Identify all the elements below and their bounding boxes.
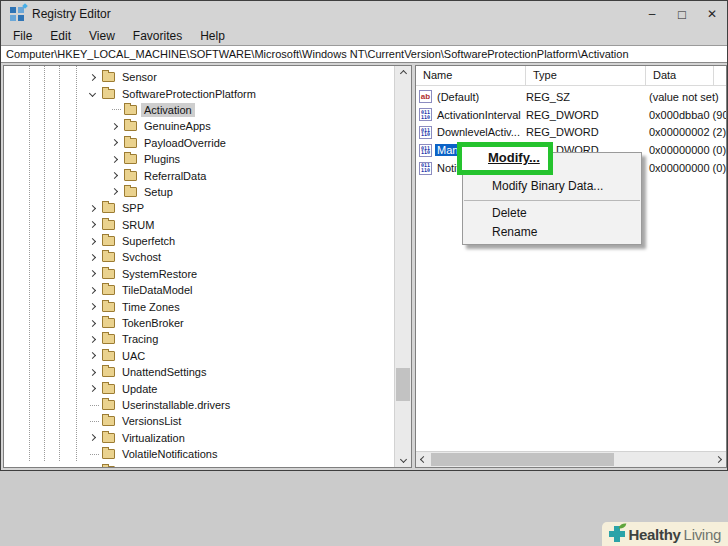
scroll-left-arrow-icon[interactable] xyxy=(416,452,431,467)
annotation-highlight-modify[interactable]: Modify... xyxy=(457,142,553,175)
maximize-button[interactable]: □ xyxy=(667,1,697,27)
menubar-item-file[interactable]: File xyxy=(4,27,41,45)
list-scrollbar-thumb[interactable] xyxy=(431,453,614,466)
menubar-item-edit[interactable]: Edit xyxy=(41,27,80,45)
tree-item-sensor[interactable]: Sensor xyxy=(4,69,394,85)
tree-item-label[interactable]: SRUM xyxy=(119,218,157,232)
tree-item-unattendsettings[interactable]: UnattendSettings xyxy=(4,364,394,380)
tree-item-label[interactable]: Setup xyxy=(141,185,176,199)
tree-item-superfetch[interactable]: Superfetch xyxy=(4,233,394,249)
tree-item-tracing[interactable]: Tracing xyxy=(4,331,394,347)
tree-item-update[interactable]: Update xyxy=(4,380,394,396)
minimize-button[interactable]: – xyxy=(637,1,667,27)
tree-item-label[interactable]: SPP xyxy=(119,201,147,215)
expand-chevron-icon[interactable] xyxy=(89,74,96,81)
tree-item-genuineapps[interactable]: GenuineApps xyxy=(4,118,394,134)
expand-chevron-icon[interactable] xyxy=(89,385,96,392)
expand-chevron-icon[interactable] xyxy=(111,188,118,195)
tree-item-systemrestore[interactable]: SystemRestore xyxy=(4,266,394,282)
column-header-name[interactable]: Name xyxy=(416,66,526,85)
tree-item-wbemperf[interactable]: WbemPerf xyxy=(4,462,394,467)
value-name[interactable]: ActivationInterval xyxy=(435,109,523,121)
tree-item-label[interactable]: Plugins xyxy=(141,152,183,166)
expand-chevron-icon[interactable] xyxy=(89,287,96,294)
column-header-data[interactable]: Data xyxy=(646,66,714,85)
expand-chevron-icon[interactable] xyxy=(89,238,96,245)
tree-item-uac[interactable]: UAC xyxy=(4,348,394,364)
tree-item-label[interactable]: TileDataModel xyxy=(119,283,196,297)
expand-chevron-icon[interactable] xyxy=(111,139,118,146)
tree-item-svchost[interactable]: Svchost xyxy=(4,249,394,265)
tree-item-label[interactable]: Activation xyxy=(141,103,195,117)
context-menu-item-delete[interactable]: Delete xyxy=(463,204,641,223)
tree-item-label[interactable]: WbemPerf xyxy=(119,464,177,467)
tree-item-label[interactable]: SystemRestore xyxy=(119,267,200,281)
tree-item-label[interactable]: Update xyxy=(119,382,160,396)
context-menu-item-modify-binary-data[interactable]: Modify Binary Data... xyxy=(463,176,641,197)
scroll-right-arrow-icon[interactable] xyxy=(711,452,726,467)
menubar-item-help[interactable]: Help xyxy=(191,27,234,45)
tree-item-label[interactable]: Svchost xyxy=(119,250,164,264)
tree-item-label[interactable]: Time Zones xyxy=(119,300,183,314)
tree-item-label[interactable]: VolatileNotifications xyxy=(119,447,220,461)
tree-item-label[interactable]: Superfetch xyxy=(119,234,178,248)
tree-scrollbar-thumb[interactable] xyxy=(396,368,410,401)
tree-item-label[interactable]: ReferralData xyxy=(141,169,209,183)
tree-item-volatilenotifications[interactable]: VolatileNotifications xyxy=(4,446,394,462)
tree-item-tiledatamodel[interactable]: TileDataModel xyxy=(4,282,394,298)
tree-item-label[interactable]: PayloadOverride xyxy=(141,136,229,150)
expand-chevron-icon[interactable] xyxy=(111,123,118,130)
expand-chevron-icon[interactable] xyxy=(111,172,118,179)
tree-item-label[interactable]: Sensor xyxy=(119,70,160,84)
tree-item-label[interactable]: UAC xyxy=(119,349,148,363)
tree-item-label[interactable]: SoftwareProtectionPlatform xyxy=(119,87,259,101)
expand-chevron-icon[interactable] xyxy=(89,320,96,327)
tree-item-tokenbroker[interactable]: TokenBroker xyxy=(4,315,394,331)
expand-chevron-icon[interactable] xyxy=(89,369,96,376)
menubar-item-favorites[interactable]: Favorites xyxy=(124,27,191,45)
value-name[interactable]: (Default) xyxy=(435,91,481,103)
tree-item-label[interactable]: UnattendSettings xyxy=(119,365,209,379)
tree-item-label[interactable]: TokenBroker xyxy=(119,316,187,330)
expand-chevron-icon[interactable] xyxy=(89,336,96,343)
expand-chevron-icon[interactable] xyxy=(89,434,96,441)
tree-item-referraldata[interactable]: ReferralData xyxy=(4,167,394,183)
expand-chevron-icon[interactable] xyxy=(89,352,96,359)
expand-chevron-icon[interactable] xyxy=(89,270,96,277)
value-row[interactable]: 011110DownlevelActiv...REG_DWORD0x000000… xyxy=(416,124,726,142)
context-menu-item-rename[interactable]: Rename xyxy=(463,223,641,242)
tree-item-spp[interactable]: SPP xyxy=(4,200,394,216)
collapse-chevron-icon[interactable] xyxy=(89,90,96,97)
tree-vertical-scrollbar[interactable] xyxy=(394,66,411,467)
tree-item-userinstallable-drivers[interactable]: Userinstallable.drivers xyxy=(4,397,394,413)
list-horizontal-scrollbar[interactable] xyxy=(416,451,726,467)
expand-chevron-icon[interactable] xyxy=(111,156,118,163)
expand-chevron-icon[interactable] xyxy=(89,205,96,212)
tree-item-label[interactable]: GenuineApps xyxy=(141,119,214,133)
expand-chevron-icon[interactable] xyxy=(89,221,96,228)
value-row[interactable]: 011110ActivationIntervalREG_DWORD0x000db… xyxy=(416,106,726,124)
address-bar[interactable]: Computer\HKEY_LOCAL_MACHINE\SOFTWARE\Mic… xyxy=(1,45,727,63)
tree-item-softwareprotectionplatform[interactable]: SoftwareProtectionPlatform xyxy=(4,85,394,101)
tree-item-time-zones[interactable]: Time Zones xyxy=(4,298,394,314)
scroll-down-arrow-icon[interactable] xyxy=(395,452,411,467)
tree-item-activation[interactable]: Activation xyxy=(4,102,394,118)
tree-item-virtualization[interactable]: Virtualization xyxy=(4,430,394,446)
tree-item-label[interactable]: Tracing xyxy=(119,332,161,346)
tree-item-plugins[interactable]: Plugins xyxy=(4,151,394,167)
menubar-item-view[interactable]: View xyxy=(80,27,124,45)
tree-item-label[interactable]: Userinstallable.drivers xyxy=(119,398,233,412)
expand-chevron-icon[interactable] xyxy=(89,254,96,261)
tree-item-srum[interactable]: SRUM xyxy=(4,217,394,233)
value-row[interactable]: ab(Default)REG_SZ(value not set) xyxy=(416,88,726,106)
close-button[interactable]: ✕ xyxy=(697,1,727,27)
tree-item-payloadoverride[interactable]: PayloadOverride xyxy=(4,135,394,151)
column-header-type[interactable]: Type xyxy=(526,66,646,85)
scroll-up-arrow-icon[interactable] xyxy=(395,66,411,81)
value-name[interactable]: DownlevelActiv... xyxy=(435,126,522,138)
expand-chevron-icon[interactable] xyxy=(89,303,96,310)
tree-item-label[interactable]: VersionsList xyxy=(119,414,184,428)
tree-item-versionslist[interactable]: VersionsList xyxy=(4,413,394,429)
tree-item-label[interactable]: Virtualization xyxy=(119,431,188,445)
tree-item-setup[interactable]: Setup xyxy=(4,184,394,200)
